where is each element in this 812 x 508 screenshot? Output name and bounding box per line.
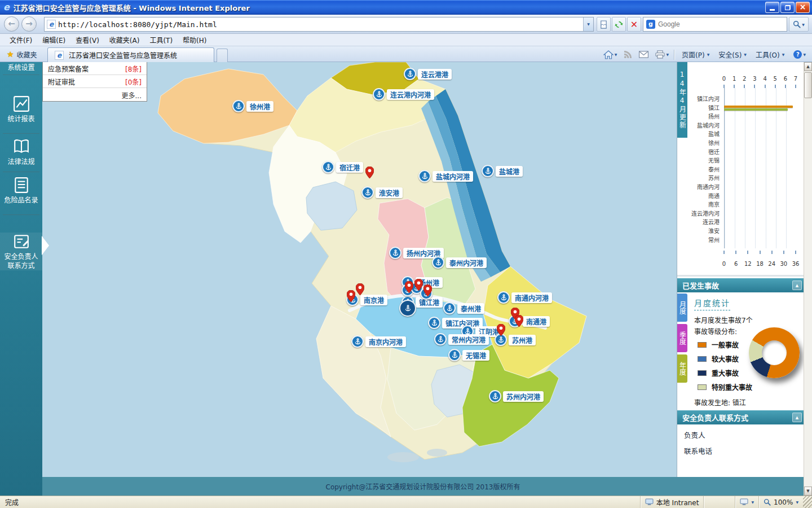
anchor-icon — [389, 247, 401, 259]
axis-tick — [744, 85, 745, 88]
anchor-icon — [404, 68, 416, 80]
accident-pin-icon[interactable] — [515, 315, 523, 329]
menu-item[interactable]: 文件(F) — [5, 34, 37, 46]
collapse-up-icon[interactable]: ▲ — [792, 281, 802, 290]
home-button[interactable]: ▼ — [602, 49, 619, 60]
port-marker[interactable]: 徐州港 — [232, 100, 273, 112]
scrollbar-thumb[interactable] — [804, 72, 812, 98]
address-field[interactable]: e ▼ — [44, 17, 594, 32]
port-marker[interactable]: 常州内河港 — [434, 333, 489, 345]
print-button[interactable]: ▼ — [654, 49, 670, 60]
statistics-chart-panel: 14年4月更新 01234567061218243036 镇江内河镇江扬州盐城内… — [677, 62, 804, 277]
port-marker[interactable]: 连云港内河港 — [373, 88, 434, 100]
accident-pin-icon[interactable] — [405, 281, 413, 295]
sidebar-item[interactable]: 安全负责人联系方式 — [0, 233, 42, 270]
accident-pin-icon[interactable] — [423, 284, 432, 299]
port-marker[interactable]: 盐城港 — [482, 165, 523, 177]
axis-tick-label: 0 — [722, 261, 726, 267]
port-marker[interactable]: 淮安港 — [361, 186, 403, 199]
chart-category-label: 南京 — [677, 200, 722, 209]
quick-panel-row[interactable]: 附证审批[0条] — [43, 75, 147, 88]
port-label: 盐城港 — [496, 166, 523, 177]
sidebar-item[interactable]: 法律法规 — [0, 138, 42, 167]
favorites-button[interactable]: ★ 收藏夹 — [3, 48, 41, 60]
zoom-icon — [764, 498, 771, 506]
quick-panel-row[interactable]: 应急预案备案[8条] — [43, 62, 147, 75]
url-input[interactable] — [58, 20, 583, 29]
axis-tick — [765, 85, 766, 88]
new-tab-stub[interactable] — [217, 49, 228, 62]
search-box[interactable]: g — [643, 17, 787, 32]
help-button[interactable]: ? ▼ — [792, 49, 807, 60]
anchor-marker[interactable] — [399, 300, 416, 317]
port-marker[interactable]: 宿迁港 — [322, 161, 363, 173]
tab-title: 江苏省港口安全监管与应急管理系统 — [69, 50, 177, 60]
chart-bar — [724, 108, 788, 111]
port-marker[interactable]: 泰州港 — [443, 302, 484, 314]
scroll-down-icon[interactable]: ▼ — [804, 487, 812, 496]
list-icon — [0, 176, 42, 194]
axis-tick — [785, 85, 786, 88]
search-input[interactable] — [658, 20, 784, 28]
anchor-icon — [448, 349, 461, 361]
window-title: 江苏省港口安全监管与应急管理系统 - Windows Internet Expl… — [14, 2, 250, 13]
port-marker[interactable]: 南通内河港 — [497, 291, 552, 304]
accident-pin-icon[interactable] — [497, 324, 505, 338]
port-marker[interactable]: 泰州内河港 — [432, 256, 487, 269]
accident-pin-icon[interactable] — [356, 283, 364, 297]
feeds-button[interactable] — [622, 49, 634, 60]
compatibility-button[interactable] — [597, 17, 611, 32]
port-marker[interactable]: 连云港港 — [404, 68, 452, 80]
refresh-button[interactable] — [612, 17, 626, 32]
toolbar-button[interactable]: 安全(S)▼ — [714, 48, 751, 61]
tab-季度[interactable]: 季度 — [677, 324, 687, 352]
chart-category-label: 淮安 — [677, 227, 722, 236]
port-label: 泰州内河港 — [446, 257, 487, 268]
accidents-panel-header[interactable]: 已发生事故 ▲ — [677, 278, 804, 292]
sidebar-item[interactable]: 统计报表 — [0, 95, 42, 124]
close-button[interactable]: × — [796, 2, 810, 13]
forward-button[interactable]: → — [21, 16, 37, 32]
anchor-icon — [373, 88, 385, 100]
port-marker[interactable]: 无锡港 — [448, 349, 489, 361]
collapse-up-icon[interactable]: ▲ — [792, 413, 802, 422]
port-label: 盐城内河港 — [433, 171, 473, 182]
mail-button[interactable] — [637, 50, 650, 59]
port-marker[interactable]: 盐城内河港 — [418, 170, 473, 182]
menu-item[interactable]: 工具(T) — [144, 34, 178, 46]
contact-icon — [0, 233, 42, 251]
menu-item[interactable]: 收藏夹(A) — [104, 34, 145, 46]
zoom-control[interactable]: 100% ▼ — [758, 496, 803, 508]
toolbar-button[interactable]: 页面(P)▼ — [678, 48, 713, 61]
accident-pin-icon[interactable] — [414, 279, 423, 293]
restore-button[interactable] — [780, 2, 795, 13]
menu-item[interactable]: 帮助(H) — [178, 34, 211, 46]
resize-grip[interactable] — [803, 496, 812, 508]
jiangsu-port-map[interactable]: 连云港港连云港内河港徐州港宿迁港淮安港盐城内河港盐城港扬州内河港泰州内河港扬州港… — [42, 62, 677, 477]
stop-button[interactable]: ✕ — [627, 17, 641, 32]
back-button[interactable]: ← — [4, 16, 19, 32]
chevron-down-icon[interactable]: ▼ — [583, 17, 593, 31]
accident-pin-icon[interactable] — [365, 167, 374, 181]
tab-月度[interactable]: 月度 — [677, 294, 687, 322]
tab-main[interactable]: e 江苏省港口安全监管与应急管理系统 — [47, 47, 214, 62]
sidebar-item[interactable]: 危险品名录 — [0, 176, 42, 205]
contacts-panel-header[interactable]: 安全负责人联系方式 ▲ — [677, 410, 804, 424]
tab-年度[interactable]: 年度 — [677, 354, 687, 383]
more-link[interactable]: 更多... — [43, 88, 147, 101]
chart-category-label: 连云港内河 — [677, 209, 722, 218]
port-marker[interactable]: 南京内河港 — [351, 335, 406, 348]
menu-bar: 文件(F)编辑(E)查看(V)收藏夹(A)工具(T)帮助(H) — [0, 34, 812, 46]
menu-item[interactable]: 编辑(E) — [37, 34, 70, 46]
accident-pin-icon[interactable] — [347, 290, 355, 304]
sidebar-collapse-arrow-icon[interactable] — [42, 236, 49, 255]
vertical-scrollbar[interactable]: ▲ ▼ — [804, 62, 812, 496]
port-marker[interactable]: 苏州内河港 — [489, 390, 544, 402]
toolbar-button[interactable]: 工具(O)▼ — [752, 48, 788, 61]
menu-item[interactable]: 查看(V) — [70, 34, 104, 46]
sidebar-item[interactable]: 系统设置 — [0, 63, 42, 72]
search-go-button[interactable]: ▼ — [789, 17, 809, 32]
minimize-button[interactable] — [765, 2, 779, 13]
page-mode-button[interactable]: ▼ — [735, 496, 758, 508]
scroll-up-icon[interactable]: ▲ — [804, 62, 812, 71]
